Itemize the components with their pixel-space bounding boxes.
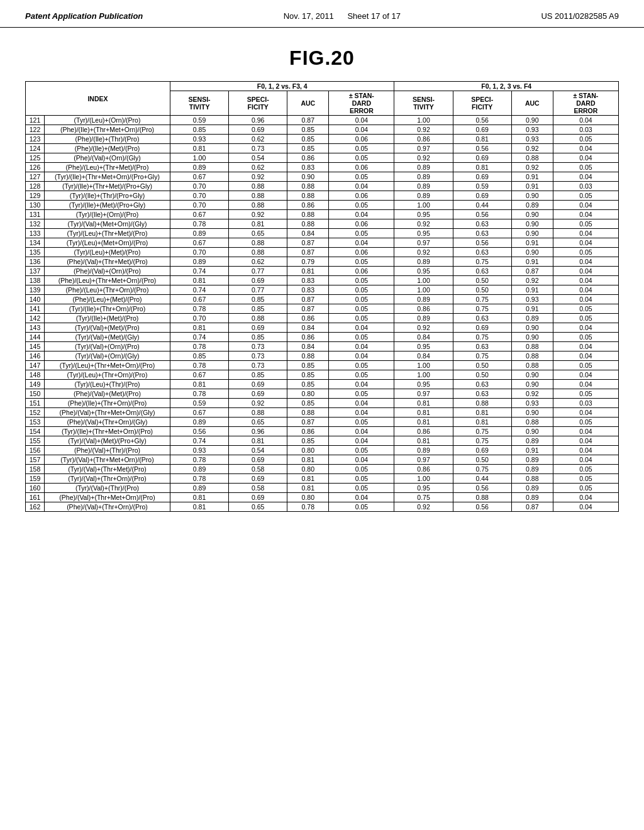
table-row: 123(Phe)/(Ile)+(Thr)/(Pro)0.930.620.850.…: [26, 135, 619, 144]
row-name: (Phe)/(Val)+(Thr+Orn)/(Pro): [45, 502, 170, 512]
row-index: 145: [26, 342, 45, 351]
row-value: 0.89: [394, 295, 453, 304]
row-value: 0.67: [170, 408, 229, 418]
row-value: 0.85: [287, 399, 329, 408]
row-value: 0.05: [553, 418, 618, 427]
row-value: 0.04: [553, 493, 618, 502]
row-value: 0.91: [511, 446, 553, 455]
row-value: 0.87: [287, 304, 329, 314]
row-value: 0.50: [453, 285, 511, 295]
row-index: 140: [26, 295, 45, 304]
row-value: 0.90: [511, 370, 553, 380]
row-value: 0.63: [453, 380, 511, 389]
row-value: 0.83: [287, 285, 329, 295]
row-index: 136: [26, 257, 45, 267]
table-row: 152(Phe)/(Val)+(Thr+Met+Orn)/(Gly)0.670.…: [26, 408, 619, 418]
row-value: 0.87: [287, 418, 329, 427]
row-value: 0.05: [553, 163, 618, 172]
row-value: 0.80: [287, 389, 329, 399]
row-name: (Phe)/(Val)+(Thr+Met+Orn)/(Gly): [45, 408, 170, 418]
row-value: 0.03: [553, 399, 618, 408]
row-value: 0.92: [511, 163, 553, 172]
row-value: 0.81: [394, 436, 453, 446]
row-index: 157: [26, 455, 45, 465]
row-value: 0.04: [553, 408, 618, 418]
row-value: 0.93: [170, 135, 229, 144]
row-value: 0.70: [170, 248, 229, 257]
row-name: (Tyr)/(Val)+(Met)/(Pro+Gly): [45, 436, 170, 446]
row-value: 0.81: [229, 219, 287, 229]
row-value: 0.90: [287, 172, 329, 182]
row-value: 0.05: [553, 314, 618, 323]
table-row: 132(Tyr)/(Val)+(Met+Orn)/(Gly)0.780.810.…: [26, 219, 619, 229]
row-name: (Phe)/(Ile)+(Met)/(Pro): [45, 144, 170, 153]
table-row: 134(Tyr)/(Leu)+(Met+Orn)/(Pro)0.670.880.…: [26, 238, 619, 248]
row-name: (Tyr)/(Leu)+(Met)/(Pro): [45, 248, 170, 257]
row-value: 0.65: [229, 229, 287, 238]
row-value: 0.04: [553, 285, 618, 295]
header-center: Nov. 17, 2011 Sheet 17 of 17: [284, 11, 401, 21]
row-index: 121: [26, 116, 45, 125]
data-table: INDEX F0, 1, 2 vs. F3, 4 F0, 1, 2, 3 vs.…: [25, 81, 619, 512]
row-value: 0.90: [511, 323, 553, 333]
row-index: 146: [26, 351, 45, 361]
row-name: (Tyr)/(Leu)+(Thr+Orn)/(Pro): [45, 370, 170, 380]
table-row: 130(Tyr)/(Ile)+(Met)/(Pro+Gly)0.700.880.…: [26, 201, 619, 210]
row-value: 0.81: [287, 455, 329, 465]
row-value: 1.00: [170, 153, 229, 163]
row-index: 159: [26, 474, 45, 484]
row-index: 162: [26, 502, 45, 512]
row-value: 0.67: [170, 210, 229, 219]
row-value: 0.06: [329, 163, 394, 172]
row-index: 134: [26, 238, 45, 248]
table-row: 146(Tyr)/(Val)+(Orn)/(Gly)0.850.730.880.…: [26, 351, 619, 361]
row-value: 0.05: [553, 219, 618, 229]
row-value: 0.05: [553, 389, 618, 399]
row-index: 133: [26, 229, 45, 238]
row-value: 0.56: [453, 116, 511, 125]
table-row: 161(Phe)/(Val)+(Thr+Met+Orn)/(Pro)0.810.…: [26, 493, 619, 502]
row-value: 0.88: [511, 418, 553, 427]
row-value: 0.88: [229, 408, 287, 418]
row-value: 0.69: [229, 380, 287, 389]
row-value: 0.81: [394, 418, 453, 427]
row-value: 0.91: [511, 257, 553, 267]
row-value: 0.50: [453, 370, 511, 380]
row-value: 0.88: [229, 248, 287, 257]
row-value: 0.77: [229, 267, 287, 276]
row-value: 0.56: [453, 210, 511, 219]
row-value: 0.05: [553, 484, 618, 493]
row-name: (Tyr)/(Val)+(Met)/(Pro): [45, 323, 170, 333]
row-value: 0.50: [453, 455, 511, 465]
row-value: 0.73: [229, 361, 287, 370]
row-value: 0.81: [453, 135, 511, 144]
row-value: 1.00: [394, 116, 453, 125]
row-value: 0.06: [329, 248, 394, 257]
row-value: 0.86: [287, 427, 329, 436]
index-header: INDEX: [26, 82, 170, 116]
row-name: (Tyr)/(Leu)+(Orn)/(Pro): [45, 116, 170, 125]
table-row: 129(Tyr)/(Ile)+(Thr)/(Pro+Gly)0.700.880.…: [26, 191, 619, 201]
row-name: (Phe)/(Leu)+(Met)/(Pro): [45, 295, 170, 304]
row-name: (Tyr)/(Ile)+(Thr+Met)/(Pro+Gly): [45, 182, 170, 191]
row-index: 124: [26, 144, 45, 153]
row-value: 0.97: [394, 144, 453, 153]
row-value: 0.04: [553, 238, 618, 248]
row-value: 0.85: [287, 125, 329, 135]
row-value: 0.62: [229, 163, 287, 172]
table-row: 142(Tyr)/(Ile)+(Met)/(Pro)0.700.880.860.…: [26, 314, 619, 323]
row-value: 0.90: [511, 248, 553, 257]
row-index: 143: [26, 323, 45, 333]
row-value: 0.50: [453, 361, 511, 370]
row-value: 0.89: [394, 257, 453, 267]
row-value: 0.86: [287, 201, 329, 210]
row-value: 0.75: [453, 427, 511, 436]
row-value: 0.06: [329, 219, 394, 229]
row-value: 0.89: [394, 182, 453, 191]
row-value: 0.05: [329, 172, 394, 182]
row-name: (Phe)/(Ile)+(Thr)/(Pro): [45, 135, 170, 144]
row-value: 0.89: [394, 163, 453, 172]
row-index: 139: [26, 285, 45, 295]
row-value: 0.70: [170, 191, 229, 201]
row-value: 0.86: [287, 153, 329, 163]
